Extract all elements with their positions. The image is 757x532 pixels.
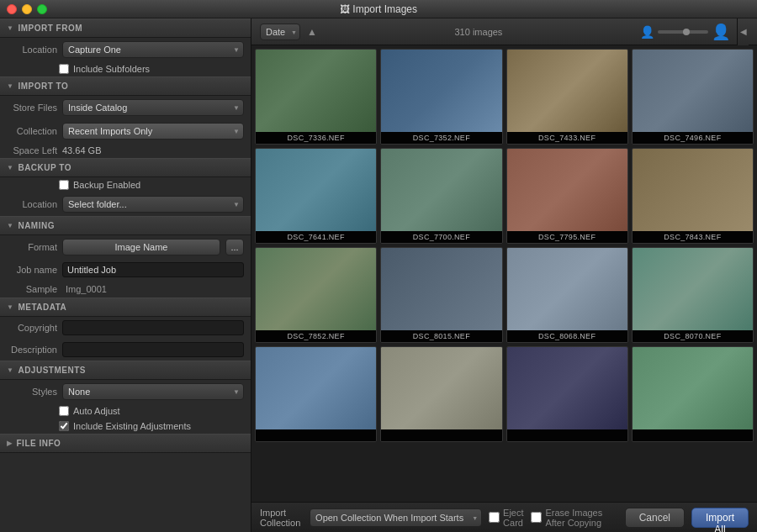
grid-row: DSC_7852.NEF DSC_8015.NEF DSC_8068.NEF D… bbox=[255, 247, 754, 343]
location-row: Location Capture One bbox=[0, 38, 251, 61]
styles-select-wrapper[interactable]: None bbox=[62, 383, 244, 400]
job-name-input[interactable]: Untitled Job bbox=[62, 262, 244, 277]
collapse-icon: ▼ bbox=[7, 82, 13, 90]
import-to-label: IMPORT TO bbox=[18, 82, 68, 91]
thumbnail-label: DSC_7795.NEF bbox=[507, 231, 627, 243]
erase-images-checkbox[interactable] bbox=[531, 512, 542, 523]
thumbnail-label: DSC_7843.NEF bbox=[633, 231, 753, 243]
import-from-section[interactable]: ▼ IMPORT FROM bbox=[0, 18, 251, 38]
thumbnail-cell[interactable]: DSC_7352.NEF bbox=[380, 49, 502, 145]
location-select[interactable]: Capture One bbox=[62, 41, 244, 58]
auto-adjust-checkbox[interactable] bbox=[59, 406, 69, 416]
collection-select[interactable]: Recent Imports Only bbox=[62, 123, 244, 140]
description-label: Description bbox=[7, 345, 57, 355]
import-from-label: IMPORT FROM bbox=[18, 24, 82, 33]
eject-card-label: Eject Card bbox=[503, 508, 524, 528]
import-to-section[interactable]: ▼ IMPORT TO bbox=[0, 76, 251, 96]
auto-adjust-row: Auto Adjust bbox=[0, 403, 251, 419]
import-all-button[interactable]: Import All bbox=[691, 508, 749, 528]
sort-select-wrapper[interactable]: Date bbox=[260, 24, 300, 40]
thumbnail-cell[interactable]: DSC_7496.NEF bbox=[632, 49, 754, 145]
toolbar-right: 👤 👤 bbox=[640, 23, 730, 41]
store-files-label: Store Files bbox=[7, 103, 57, 113]
naming-label: NAMING bbox=[18, 221, 55, 230]
thumbnail-cell[interactable]: DSC_7641.NEF bbox=[255, 148, 377, 244]
metadata-section[interactable]: ▼ METADATA bbox=[0, 298, 251, 317]
store-files-select-wrapper[interactable]: Inside Catalog bbox=[62, 99, 244, 116]
description-input[interactable] bbox=[62, 342, 244, 357]
location-select-wrapper[interactable]: Capture One bbox=[62, 41, 244, 58]
thumbnail-cell[interactable]: DSC_7700.NEF bbox=[380, 148, 502, 244]
backup-location-row: Location Select folder... bbox=[0, 192, 251, 216]
thumbnail-cell[interactable]: DSC_8015.NEF bbox=[380, 247, 502, 343]
expand-icon: ▶ bbox=[7, 440, 13, 447]
adjustments-section[interactable]: ▼ ADJUSTMENTS bbox=[0, 361, 251, 380]
import-collection-button[interactable]: Import Collection bbox=[260, 508, 303, 528]
styles-label: Styles bbox=[7, 387, 57, 397]
cancel-button[interactable]: Cancel bbox=[625, 508, 685, 528]
file-info-section[interactable]: ▶ FILE INFO bbox=[0, 434, 251, 453]
backup-location-select[interactable]: Select folder... bbox=[62, 196, 244, 213]
thumbnail-cell[interactable]: DSC_7843.NEF bbox=[632, 148, 754, 244]
backup-to-label: BACKUP TO bbox=[18, 163, 71, 172]
maximize-button[interactable] bbox=[37, 4, 47, 14]
thumbnail-cell[interactable]: DSC_7336.NEF bbox=[255, 49, 377, 145]
thumbnail-label bbox=[256, 429, 376, 441]
collapse-icon: ▼ bbox=[7, 24, 13, 32]
include-subfolders-row: Include Subfolders bbox=[0, 61, 251, 76]
copyright-input[interactable] bbox=[62, 320, 244, 335]
collection-label: Collection bbox=[7, 126, 57, 136]
open-collection-select[interactable]: Open Collection When Import Starts bbox=[310, 508, 482, 527]
naming-section[interactable]: ▼ NAMING bbox=[0, 216, 251, 235]
thumbnail-cell[interactable]: DSC_7433.NEF bbox=[506, 49, 628, 145]
include-existing-checkbox[interactable] bbox=[59, 421, 69, 431]
window-controls[interactable] bbox=[7, 4, 47, 14]
styles-select[interactable]: None bbox=[62, 383, 244, 400]
thumbnail-cell[interactable] bbox=[632, 346, 754, 442]
file-info-label: FILE INFO bbox=[17, 439, 61, 448]
sort-select[interactable]: Date bbox=[260, 24, 300, 40]
space-left-label: Space Left bbox=[7, 145, 57, 155]
thumbnail-label: DSC_7700.NEF bbox=[381, 231, 501, 243]
backup-to-section[interactable]: ▼ BACKUP TO bbox=[0, 158, 251, 177]
eject-card-checkbox[interactable] bbox=[489, 512, 500, 523]
store-files-select[interactable]: Inside Catalog bbox=[62, 99, 244, 116]
thumbnail-cell[interactable]: DSC_8068.NEF bbox=[506, 247, 628, 343]
include-existing-label: Include Existing Adjustments bbox=[73, 421, 191, 431]
thumbnail-cell[interactable]: DSC_7795.NEF bbox=[506, 148, 628, 244]
collapse-icon: ▼ bbox=[7, 222, 13, 229]
thumbnail-cell[interactable] bbox=[255, 346, 377, 442]
slider-thumb bbox=[683, 29, 690, 35]
window-title: 🖼 Import Images bbox=[340, 3, 417, 15]
size-slider[interactable] bbox=[658, 30, 708, 34]
thumbnail-cell[interactable]: DSC_7852.NEF bbox=[255, 247, 377, 343]
space-left-row: Space Left 43.64 GB bbox=[0, 143, 251, 158]
collapse-icon: ▼ bbox=[7, 164, 13, 171]
job-name-row: Job name Untitled Job bbox=[0, 259, 251, 281]
open-collection-select-wrapper[interactable]: Open Collection When Import Starts bbox=[310, 508, 482, 527]
format-dots-button[interactable]: ... bbox=[225, 239, 244, 255]
thumbnail-label bbox=[633, 429, 753, 441]
backup-location-select-wrapper[interactable]: Select folder... bbox=[62, 196, 244, 213]
description-row: Description bbox=[0, 339, 251, 361]
thumbnail-label: DSC_7641.NEF bbox=[256, 231, 376, 243]
sidebar-toggle-button[interactable]: ◀ bbox=[737, 18, 749, 45]
thumbnail-cell[interactable]: DSC_8070.NEF bbox=[632, 247, 754, 343]
sort-arrow-icon[interactable]: ▲ bbox=[307, 26, 317, 38]
minimize-button[interactable] bbox=[22, 4, 32, 14]
collection-select-wrapper[interactable]: Recent Imports Only bbox=[62, 123, 244, 140]
include-subfolders-checkbox[interactable] bbox=[59, 64, 69, 74]
copyright-row: Copyright bbox=[0, 317, 251, 339]
backup-location-label: Location bbox=[7, 199, 57, 209]
metadata-label: METADATA bbox=[18, 303, 66, 312]
backup-enabled-checkbox[interactable] bbox=[59, 180, 69, 190]
close-button[interactable] bbox=[7, 4, 17, 14]
thumbnail-cell[interactable] bbox=[380, 346, 502, 442]
erase-images-label: Erase Images After Copying bbox=[545, 508, 611, 528]
person-large-icon: 👤 bbox=[712, 23, 730, 41]
format-button[interactable]: Image Name bbox=[62, 239, 220, 255]
grid-row bbox=[255, 346, 754, 442]
bottom-bar: Import Collection Open Collection When I… bbox=[251, 502, 757, 532]
thumbnail-cell[interactable] bbox=[506, 346, 628, 442]
adjustments-label: ADJUSTMENTS bbox=[18, 366, 86, 375]
